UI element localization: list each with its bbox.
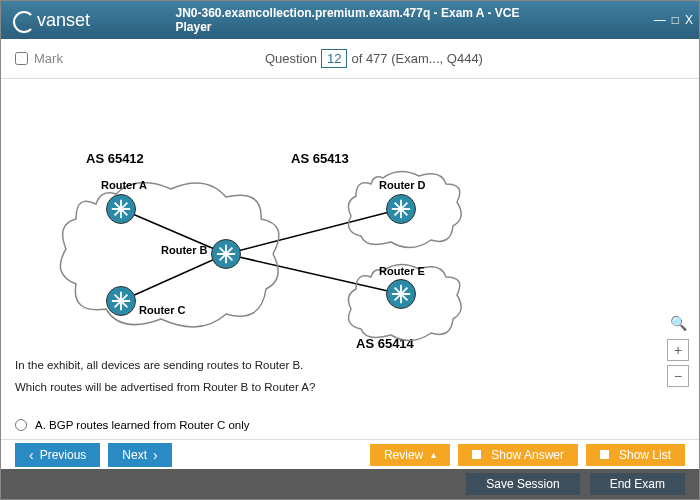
network-diagram: AS 65412 AS 65413 AS 65414 Router A Rout…: [1, 79, 531, 339]
bottom-footer: Save Session End Exam: [1, 469, 699, 499]
router-a-icon: [106, 194, 136, 224]
question-number: 12: [321, 49, 347, 68]
question-of: of 477 (Exam..., Q444): [351, 51, 483, 66]
maximize-icon[interactable]: □: [672, 13, 679, 27]
answer-option-a[interactable]: A. BGP routes learned from Router C only: [15, 419, 250, 431]
router-b-label: Router B: [161, 244, 207, 256]
answer-text-a: A. BGP routes learned from Router C only: [35, 419, 250, 431]
save-session-button[interactable]: Save Session: [466, 473, 579, 495]
window-title: JN0-360.examcollection.premium.exam.477q…: [176, 6, 525, 34]
question-line-1: In the exhibit, all devices are sending …: [15, 355, 315, 377]
nav-footer: Previous Next Review Show Answer Show Li…: [1, 439, 699, 469]
title-bar: vanset JN0-360.examcollection.premium.ex…: [1, 1, 699, 39]
question-line-2: Which routes will be advertised from Rou…: [15, 377, 315, 399]
as-label-1: AS 65412: [86, 151, 144, 166]
router-d-icon: [386, 194, 416, 224]
previous-button[interactable]: Previous: [15, 443, 100, 467]
router-e-icon: [386, 279, 416, 309]
router-c-label: Router C: [139, 304, 185, 316]
review-button[interactable]: Review: [370, 444, 450, 466]
router-d-label: Router D: [379, 179, 425, 191]
content-area: AS 65412 AS 65413 AS 65414 Router A Rout…: [1, 79, 699, 439]
router-a-label: Router A: [101, 179, 147, 191]
mark-checkbox[interactable]: Mark: [15, 51, 63, 66]
zoom-in-button[interactable]: +: [667, 339, 689, 361]
brand-text: vanset: [37, 10, 90, 31]
close-icon[interactable]: X: [685, 13, 693, 27]
zoom-out-button[interactable]: −: [667, 365, 689, 387]
router-e-label: Router E: [379, 265, 425, 277]
question-text: In the exhibit, all devices are sending …: [15, 355, 315, 399]
mark-input[interactable]: [15, 52, 28, 65]
question-word: Question: [265, 51, 317, 66]
mark-label: Mark: [34, 51, 63, 66]
show-answer-button[interactable]: Show Answer: [458, 444, 578, 466]
end-exam-button[interactable]: End Exam: [590, 473, 685, 495]
question-info: Question 12 of 477 (Exam..., Q444): [265, 49, 483, 68]
question-bar: Mark Question 12 of 477 (Exam..., Q444): [1, 39, 699, 79]
zoom-controls: 🔍 + −: [667, 315, 689, 387]
router-c-icon: [106, 286, 136, 316]
minimize-icon[interactable]: —: [654, 13, 666, 27]
window-controls: — □ X: [654, 13, 693, 27]
brand-logo: vanset: [13, 9, 90, 31]
next-button[interactable]: Next: [108, 443, 171, 467]
router-b-icon: [211, 239, 241, 269]
answer-radio-a[interactable]: [15, 419, 27, 431]
show-list-button[interactable]: Show List: [586, 444, 685, 466]
magnifier-icon[interactable]: 🔍: [670, 315, 687, 331]
